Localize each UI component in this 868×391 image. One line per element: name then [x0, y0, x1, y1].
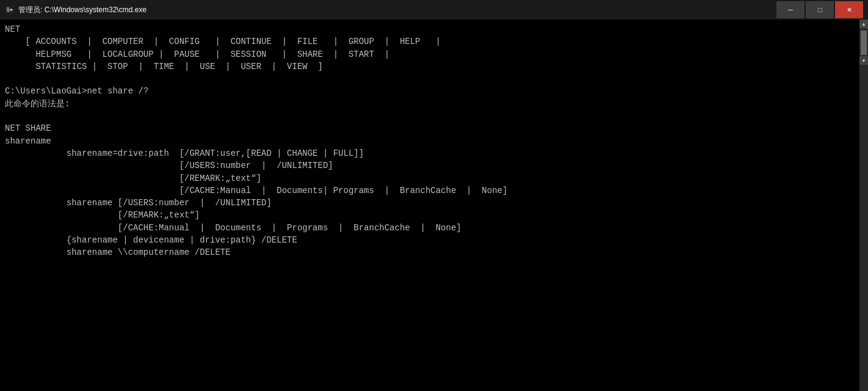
close-button[interactable]: ✕ [835, 1, 863, 18]
window-controls: ─ □ ✕ [776, 1, 863, 18]
scroll-down-button[interactable]: ▼ [859, 56, 868, 65]
cmd-window: 管理员: C:\Windows\system32\cmd.exe ─ □ ✕ N… [0, 0, 868, 391]
svg-rect-2 [7, 9, 11, 10]
console-area[interactable]: NET [ ACCOUNTS | COMPUTER | CONFIG | CON… [0, 20, 868, 391]
scroll-up-button[interactable]: ▲ [859, 20, 868, 28]
minimize-button[interactable]: ─ [776, 1, 805, 18]
window-title: 管理员: C:\Windows\system32\cmd.exe [18, 5, 776, 15]
scrollbar-thumb[interactable] [861, 31, 867, 55]
console-output: NET [ ACCOUNTS | COMPUTER | CONFIG | CON… [5, 23, 863, 259]
title-bar: 管理员: C:\Windows\system32\cmd.exe ─ □ ✕ [0, 0, 868, 20]
scrollbar[interactable]: ▲ ▼ [859, 20, 868, 391]
cmd-icon [5, 5, 15, 15]
svg-rect-1 [7, 8, 9, 9]
svg-rect-3 [7, 11, 10, 12]
maximize-button[interactable]: □ [806, 1, 834, 18]
